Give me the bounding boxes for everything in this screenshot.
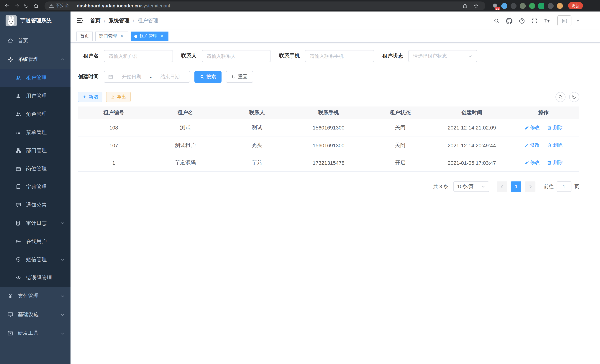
cell-tenant-name: 测试 [150,119,221,137]
monitor-icon [7,312,13,318]
extension-icon-puzzle[interactable]: 10 [492,3,498,9]
fullscreen-icon[interactable] [529,15,540,26]
cell-tenant-id: 107 [78,137,150,154]
toggle-search-button[interactable] [555,92,565,102]
list-icon [16,129,21,135]
prev-page-button[interactable] [497,181,507,192]
export-button[interactable]: 导出 [106,92,131,102]
app-logo[interactable]: 芋道管理系统 [0,11,71,30]
breadcrumb-system[interactable]: 系统管理 [109,18,130,24]
briefcase-icon [16,166,21,172]
edit-link[interactable]: 修改 [524,159,540,166]
refresh-table-button[interactable] [569,92,579,102]
tab-tenant-management[interactable]: 租户管理 × [131,31,169,41]
search-button[interactable]: 搜索 [194,71,222,83]
sidebar-item-label: 基础设施 [18,311,38,318]
people-icon [16,75,21,81]
sidebar-item-dept-management[interactable]: 部门管理 [0,141,71,159]
breadcrumb-home[interactable]: 首页 [90,18,101,24]
filter-row-1: 租户名 联系人 联系手机 租户状态 请选择租户状态 [78,50,579,62]
tab-close-icon[interactable]: × [159,34,165,39]
chevron-down-icon [60,258,65,261]
font-size-icon[interactable] [542,15,552,26]
browser-menu-kebab-icon[interactable] [585,1,595,10]
people-icon [16,111,21,117]
chevron-down-icon [60,294,65,298]
search-icon[interactable] [491,15,502,26]
help-icon[interactable] [516,15,527,26]
chevron-up-icon [60,57,65,61]
sidebar-item-user-management[interactable]: 用户管理 [0,87,71,105]
cell-tenant-id: 108 [78,119,150,137]
date-range-picker[interactable]: 开始日期 - 结束日期 [104,71,190,83]
contact-input[interactable] [202,50,271,62]
browser-forward-button[interactable] [12,1,21,10]
share-icon[interactable] [460,1,470,10]
sidebar-item-home[interactable]: 首页 [0,32,71,50]
browser-back-button[interactable] [2,1,12,10]
extension-icon-blue[interactable] [501,3,507,9]
extension-icon-grey[interactable] [548,3,554,9]
reset-button[interactable]: 重置 [226,71,253,83]
phone-label: 联系手机 [279,53,305,59]
warning-triangle-icon [49,3,54,8]
avatar-caret-down-icon[interactable] [576,20,579,23]
bookmark-star-icon[interactable] [471,1,481,10]
browser-reload-button[interactable] [21,1,31,10]
tags-view-bar: 首页 部门管理 × 租户管理 × [71,30,600,43]
edit-link[interactable]: 修改 [524,142,540,149]
delete-link-label: 删除 [553,142,563,149]
sidebar-item-role-management[interactable]: 角色管理 [0,105,71,123]
sidebar-item-sms-management[interactable]: 短信管理 [0,251,71,269]
cell-created: 2021-12-14 20:49:44 [436,137,508,154]
browser-update-button[interactable]: 更新 [568,2,583,9]
sidebar-item-dev-tools[interactable]: 研发工具 [0,324,71,343]
date-end-placeholder: 结束日期 [154,74,186,80]
contact-label: 联系人 [181,53,202,59]
add-button[interactable]: 新增 [78,92,103,102]
tenant-name-input[interactable] [104,50,173,62]
sidebar-item-dict-management[interactable]: 字典管理 [0,178,71,196]
sidebar-item-online-users[interactable]: 在线用户 [0,232,71,251]
cell-operations: 修改 删除 [508,154,579,171]
tab-dept-management[interactable]: 部门管理 × [95,31,128,41]
refresh-icon [232,75,236,79]
sidebar-item-notice[interactable]: 通知公告 [0,196,71,214]
extension-icon-dark[interactable] [511,3,516,9]
sidebar-item-payment-management[interactable]: 支付管理 [0,287,71,305]
page-number-1[interactable]: 1 [511,181,521,192]
goto-page-input[interactable] [557,181,572,192]
github-icon[interactable] [504,15,514,26]
cell-contact: 芋艿 [221,154,293,171]
sidebar-item-system-management[interactable]: 系统管理 [0,50,71,69]
sidebar-item-label: 短信管理 [26,256,47,263]
chevron-down-icon [60,331,65,335]
sidebar-item-infrastructure[interactable]: 基础设施 [0,305,71,324]
sidebar-collapse-icon[interactable] [76,17,84,25]
delete-link[interactable]: 删除 [547,159,563,166]
extension-icon-green-square[interactable] [538,3,544,9]
user-icon [16,93,21,99]
delete-link[interactable]: 删除 [547,142,563,149]
tab-close-icon[interactable]: × [119,34,124,39]
sidebar-item-menu-management[interactable]: 菜单管理 [0,123,71,141]
sidebar-item-tenant-management[interactable]: 租户管理 [0,69,71,87]
delete-link[interactable]: 删除 [547,124,563,131]
security-status[interactable]: 不安全 [49,3,69,9]
sidebar-item-post-management[interactable]: 岗位管理 [0,159,71,178]
tab-home[interactable]: 首页 [76,31,93,41]
user-avatar[interactable] [557,15,572,26]
sidebar-item-error-code-management[interactable]: 错误码管理 [0,269,71,287]
status-select[interactable]: 请选择租户状态 [408,50,477,62]
extension-icon-olive[interactable] [520,3,526,9]
page-size-select[interactable]: 10条/页 [453,181,489,192]
extension-icon-green-circle[interactable] [529,3,535,9]
browser-home-button[interactable] [31,1,41,10]
profile-avatar-icon[interactable] [557,3,563,9]
next-page-button[interactable] [525,181,535,192]
sidebar-item-audit-log[interactable]: 审计日志 [0,214,71,232]
chevron-down-icon [60,221,65,225]
edit-link[interactable]: 修改 [524,124,540,131]
address-bar[interactable]: 不安全 dashboard.yudao.iocoder.cn/system/te… [45,1,485,10]
phone-input[interactable] [305,50,374,62]
